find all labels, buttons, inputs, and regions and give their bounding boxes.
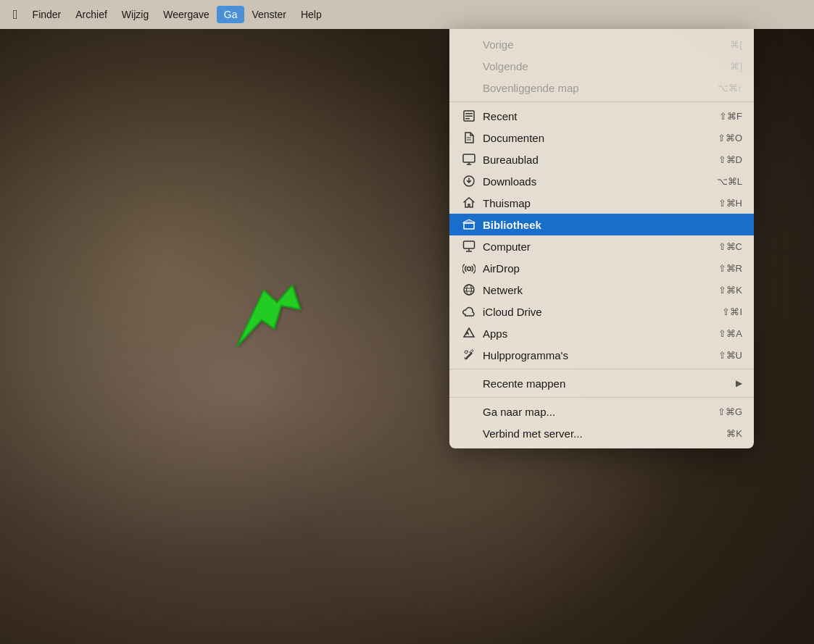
vorige-shortcut: ⌘[	[715, 39, 742, 50]
documenten-label: Documenten	[483, 132, 703, 144]
bibliotheek-label: Bibliotheek	[483, 219, 728, 231]
thuismap-label: Thuismap	[483, 197, 704, 209]
weergave-menu[interactable]: Weergave	[156, 6, 217, 23]
menu-item-airdrop[interactable]: AirDrop ⇧⌘R	[449, 257, 754, 279]
recent-shortcut: ⇧⌘F	[705, 111, 742, 122]
downloads-icon	[461, 175, 477, 188]
bureaublad-shortcut: ⇧⌘D	[704, 154, 742, 165]
menu-item-recente-mappen[interactable]: Recente mappen ▶	[449, 372, 754, 394]
menu-item-downloads[interactable]: Downloads ⌥⌘L	[449, 170, 754, 192]
hulpprogrammas-label: Hulpprogramma's	[483, 349, 704, 361]
volgende-label: Volgende	[483, 60, 715, 72]
verbind-label: Verbind met server...	[483, 427, 712, 440]
svg-rect-7	[463, 154, 475, 162]
menubar:  Finder Archief Wijzig Weergave Ga Vens…	[0, 0, 814, 29]
recent-icon	[461, 109, 477, 122]
thuismap-icon	[461, 196, 477, 209]
menu-item-bibliotheek[interactable]: Bibliotheek	[449, 214, 754, 235]
computer-label: Computer	[483, 241, 704, 253]
netwerk-label: Netwerk	[483, 284, 704, 296]
separator-3	[449, 397, 754, 398]
svg-marker-0	[228, 285, 305, 346]
help-menu[interactable]: Help	[294, 6, 329, 23]
thuismap-shortcut: ⇧⌘H	[704, 198, 742, 209]
bovenliggende-shortcut: ⌥⌘↑	[703, 83, 743, 93]
downloads-shortcut: ⌥⌘L	[702, 176, 742, 187]
menu-item-computer[interactable]: Computer ⇧⌘C	[449, 235, 754, 257]
menu-item-vorige[interactable]: Vorige ⌘[	[449, 33, 754, 55]
svg-point-15	[468, 267, 471, 271]
ga-dropdown: Vorige ⌘[ Volgende ⌘] Bovenliggende map …	[449, 29, 754, 448]
menu-item-bureaublad[interactable]: Bureaublad ⇧⌘D	[449, 149, 754, 170]
menu-item-hulpprogrammas[interactable]: Hulpprogramma's ⇧⌘U	[449, 344, 754, 366]
icloud-label: iCloud Drive	[483, 306, 707, 318]
ga-menu[interactable]: Ga	[217, 6, 245, 23]
bureaublad-icon	[461, 153, 477, 166]
menu-item-volgende[interactable]: Volgende ⌘]	[449, 55, 754, 77]
svg-rect-12	[464, 241, 475, 248]
wijzig-menu[interactable]: Wijzig	[115, 6, 156, 23]
documenten-icon	[461, 131, 477, 144]
recent-label: Recent	[483, 110, 705, 122]
computer-shortcut: ⇧⌘C	[704, 241, 742, 252]
menu-item-thuismap[interactable]: Thuismap ⇧⌘H	[449, 192, 754, 214]
menu-item-bovenliggende[interactable]: Bovenliggende map ⌥⌘↑	[449, 77, 754, 99]
menu-item-recent[interactable]: Recent ⇧⌘F	[449, 105, 754, 127]
svg-line-22	[468, 351, 470, 353]
bibliotheek-icon	[461, 218, 477, 231]
airdrop-shortcut: ⇧⌘R	[704, 263, 742, 274]
separator-1	[449, 101, 754, 102]
vorige-label: Vorige	[483, 38, 715, 51]
archief-menu[interactable]: Archief	[68, 6, 115, 23]
finder-menu[interactable]: Finder	[25, 6, 69, 23]
menu-item-apps[interactable]: Apps ⇧⌘A	[449, 322, 754, 344]
airdrop-label: AirDrop	[483, 262, 704, 275]
volgende-shortcut: ⌘]	[715, 61, 742, 72]
documenten-shortcut: ⇧⌘O	[703, 133, 742, 143]
venster-menu[interactable]: Venster	[244, 6, 293, 23]
svg-rect-4	[465, 118, 470, 120]
svg-point-17	[467, 285, 472, 295]
menu-item-documenten[interactable]: Documenten ⇧⌘O	[449, 127, 754, 149]
netwerk-shortcut: ⇧⌘K	[704, 285, 742, 296]
menu-item-verbind[interactable]: Verbind met server... ⌘K	[449, 422, 754, 444]
separator-2	[449, 369, 754, 369]
netwerk-icon	[461, 283, 477, 296]
bureaublad-label: Bureaublad	[483, 154, 704, 166]
airdrop-icon	[461, 262, 477, 275]
recente-mappen-arrow: ▶	[736, 378, 742, 388]
apps-label: Apps	[483, 327, 704, 340]
apps-icon	[461, 327, 477, 340]
recente-mappen-label: Recente mappen	[483, 377, 736, 390]
hulpprogrammas-icon	[461, 348, 477, 361]
svg-rect-11	[464, 223, 474, 229]
ga-naar-map-label: Ga naar map...	[483, 406, 703, 418]
menu-item-ga-naar-map[interactable]: Ga naar map... ⇧⌘G	[449, 401, 754, 422]
hulpprogrammas-shortcut: ⇧⌘U	[704, 350, 742, 361]
icloud-icon	[461, 305, 477, 318]
downloads-label: Downloads	[483, 175, 702, 188]
svg-point-21	[465, 351, 468, 354]
svg-point-16	[464, 285, 474, 295]
menu-item-icloud[interactable]: iCloud Drive ⇧⌘I	[449, 301, 754, 322]
ga-naar-map-shortcut: ⇧⌘G	[703, 406, 742, 417]
computer-icon	[461, 240, 477, 253]
verbind-shortcut: ⌘K	[712, 428, 742, 439]
menu-item-netwerk[interactable]: Netwerk ⇧⌘K	[449, 279, 754, 301]
apps-shortcut: ⇧⌘A	[704, 328, 742, 339]
bovenliggende-label: Bovenliggende map	[483, 82, 703, 94]
icloud-shortcut: ⇧⌘I	[707, 306, 742, 317]
apple-menu[interactable]: 	[6, 6, 25, 24]
svg-rect-2	[465, 113, 473, 114]
svg-rect-3	[465, 116, 473, 117]
